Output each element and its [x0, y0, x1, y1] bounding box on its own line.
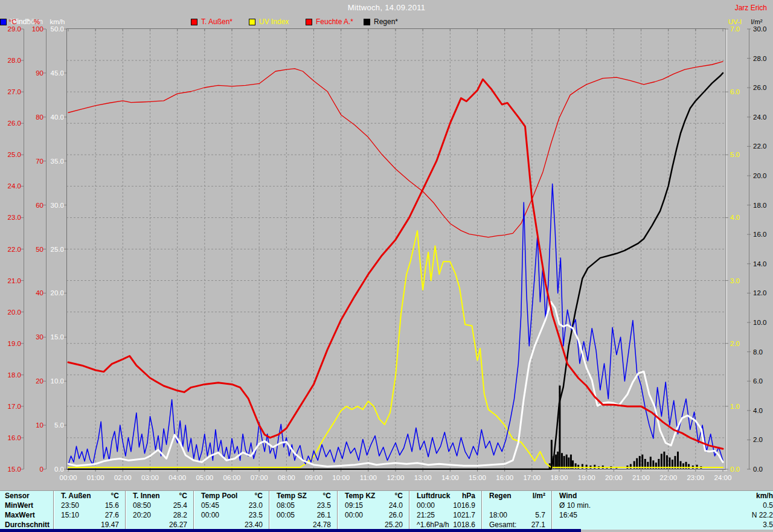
table-cell: 08:0523.5 — [269, 501, 337, 510]
svg-text:40: 40 — [36, 289, 43, 296]
cell-value: 24.78 — [313, 521, 331, 529]
table-row: Durchschnitt19.4726.2723.4024.7825.20^1.… — [0, 520, 773, 530]
cell-value: 0.5 — [763, 501, 773, 510]
svg-text:10.0: 10.0 — [753, 319, 766, 326]
svg-text:25.0: 25.0 — [8, 151, 21, 158]
table-cell: 16:45N 22.2 — [551, 510, 773, 520]
svg-text:09:00: 09:00 — [305, 474, 322, 481]
cell-value: 1021.7 — [453, 511, 475, 519]
svg-text:16:00: 16:00 — [496, 474, 513, 481]
svg-text:16.0: 16.0 — [753, 231, 766, 238]
cell-time: 00:00 — [345, 511, 363, 519]
table-cell: T. Außen°C — [53, 491, 125, 501]
table-cell: 00:001016.9 — [409, 501, 481, 510]
svg-text:10: 10 — [36, 421, 43, 429]
svg-text:km/h: km/h — [50, 18, 65, 25]
cell-value: °C — [323, 492, 331, 500]
svg-text:%: % — [34, 18, 40, 25]
svg-text:20.0: 20.0 — [8, 309, 21, 316]
svg-text:21.0: 21.0 — [8, 277, 21, 284]
table-row-label: MaxWert — [0, 510, 53, 520]
table-cell: 23.40 — [193, 520, 269, 530]
table-row: MinWert23:5015.608:5025.405:4523.008:052… — [0, 501, 773, 510]
cell-time: 00:00 — [417, 501, 435, 510]
chart-canvas: 15.016.017.018.019.020.021.022.023.024.0… — [0, 0, 773, 489]
svg-text:20:00: 20:00 — [605, 474, 623, 481]
table-row-label: MinWert — [0, 501, 53, 510]
cell-value: 1018.6 — [453, 521, 475, 529]
svg-text:30: 30 — [36, 333, 43, 341]
svg-text:50: 50 — [36, 246, 43, 253]
table-cell: Temp Pool°C — [193, 491, 269, 501]
cell-time: 09:15 — [345, 501, 363, 510]
cell-time: Regen — [489, 492, 512, 500]
cell-time: Gesamt: — [489, 521, 516, 529]
table-row: MaxWert15:1027.620:2028.200:0023.500:052… — [0, 510, 773, 520]
svg-text:00:00: 00:00 — [60, 474, 77, 481]
axis-rain: 0.02.04.06.08.010.012.014.016.018.020.02… — [747, 18, 766, 473]
svg-text:25.0: 25.0 — [51, 246, 64, 253]
svg-text:0.0: 0.0 — [730, 466, 740, 473]
cell-value: 24.0 — [389, 501, 403, 510]
svg-text:7.0: 7.0 — [730, 25, 740, 33]
svg-text:19.0: 19.0 — [8, 340, 21, 347]
table-cell: 08:5025.4 — [125, 501, 193, 510]
svg-text:26.0: 26.0 — [753, 84, 766, 91]
svg-text:29.0: 29.0 — [8, 25, 21, 33]
cell-time: Temp SZ — [277, 492, 307, 500]
svg-text:45.0: 45.0 — [51, 69, 64, 77]
table-cell — [481, 501, 551, 510]
table-cell: 24.78 — [269, 520, 337, 530]
svg-text:16.0: 16.0 — [8, 434, 21, 441]
table-cell: Temp KZ°C — [337, 491, 409, 501]
svg-text:23:00: 23:00 — [687, 474, 704, 481]
svg-text:10:00: 10:00 — [332, 474, 350, 481]
cell-value: °C — [111, 492, 119, 500]
svg-text:0.0: 0.0 — [54, 466, 64, 473]
axis-uv: 0.01.02.03.04.05.06.07.0UV-I — [725, 18, 742, 473]
table-cell: 26.27 — [125, 520, 193, 530]
cell-time: 18:00 — [489, 511, 507, 519]
svg-text:17:00: 17:00 — [523, 474, 540, 481]
svg-text:90: 90 — [36, 69, 43, 77]
svg-text:18.0: 18.0 — [8, 371, 21, 379]
svg-text:24:00: 24:00 — [714, 474, 732, 481]
cell-value: hPa — [462, 492, 475, 500]
table-cell: 25.20 — [337, 520, 409, 530]
cell-time: Ø 10 min. — [559, 501, 591, 510]
table-cell: Regenl/m² — [481, 491, 551, 501]
svg-text:20.0: 20.0 — [753, 172, 766, 179]
svg-text:18:00: 18:00 — [551, 474, 568, 481]
cell-time: Temp Pool — [201, 492, 237, 500]
svg-text:6.0: 6.0 — [753, 377, 763, 385]
cell-time: 23:50 — [61, 501, 79, 510]
axis-humidity: 0102030405060708090100% — [32, 18, 47, 473]
table-row-label: Sensor — [0, 491, 53, 501]
svg-text:03:00: 03:00 — [141, 474, 159, 481]
axis-kmh: 0.05.010.015.020.025.030.035.040.045.050… — [50, 18, 66, 473]
table-cell: Gesamt:27.1 — [481, 520, 551, 530]
svg-text:19:00: 19:00 — [578, 474, 595, 481]
cell-value: °C — [255, 492, 263, 500]
cell-time: 00:00 — [201, 511, 219, 519]
cell-value: l/m² — [533, 492, 545, 500]
svg-text:4.0: 4.0 — [730, 214, 740, 221]
svg-text:24.0: 24.0 — [8, 182, 21, 190]
cell-value: 1016.9 — [453, 501, 475, 510]
cell-value: 27.6 — [105, 511, 119, 519]
cell-time: 20:20 — [133, 511, 151, 519]
table-cell: 19.47 — [53, 520, 125, 530]
svg-text:70: 70 — [36, 158, 43, 165]
svg-text:22.0: 22.0 — [753, 143, 766, 150]
cell-value: 23.40 — [245, 521, 263, 529]
svg-text:24.0: 24.0 — [753, 114, 766, 121]
svg-text:6.0: 6.0 — [730, 88, 740, 95]
table-cell: 09:1524.0 — [337, 501, 409, 510]
svg-text:0: 0 — [40, 466, 43, 473]
cell-value: °C — [395, 492, 403, 500]
svg-text:22:00: 22:00 — [659, 474, 677, 481]
svg-text:23.0: 23.0 — [8, 214, 21, 221]
table-row: SensorT. Außen°CT. Innen°CTemp Pool°CTem… — [0, 491, 773, 501]
table-cell: 20:2028.2 — [125, 510, 193, 520]
svg-text:35.0: 35.0 — [51, 158, 64, 165]
